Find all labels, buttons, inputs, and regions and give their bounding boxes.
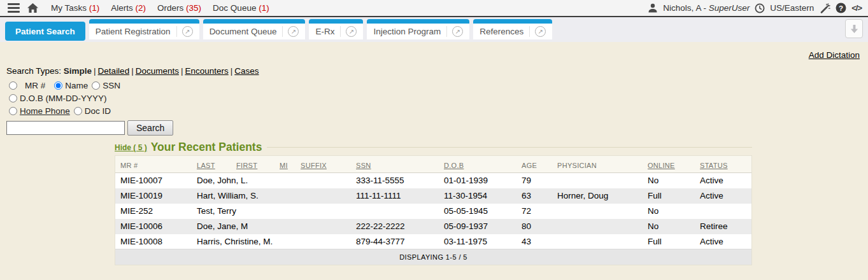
search-button[interactable]: Search bbox=[127, 120, 173, 136]
cell-name: Test, Terry bbox=[192, 204, 351, 219]
cell-ssn: 879-44-3777 bbox=[351, 234, 439, 249]
table-row[interactable]: MIE-10006 Doe, Jane, M 222-22-2222 05-09… bbox=[115, 219, 751, 234]
external-link-icon[interactable]: ↗ bbox=[529, 26, 546, 37]
cell-ssn: 333-11-5555 bbox=[351, 173, 439, 188]
hide-recent-link[interactable]: Hide ( 5 ) bbox=[115, 143, 147, 152]
download-tab-button[interactable] bbox=[845, 19, 863, 38]
cell-mr: MIE-10006 bbox=[115, 219, 192, 234]
radio-doc-id[interactable] bbox=[74, 107, 82, 115]
table-row[interactable]: MIE-10007 Doe, John, L. 333-11-5555 01-0… bbox=[115, 173, 751, 188]
cell-physician bbox=[552, 173, 643, 188]
home-icon[interactable] bbox=[27, 3, 38, 13]
user-icon bbox=[648, 3, 658, 13]
user-role: SuperUser bbox=[709, 3, 750, 13]
search-types-bar: Search Types: Simple|Detailed|Documents|… bbox=[6, 66, 868, 76]
col-first[interactable]: FIRST bbox=[231, 158, 274, 173]
recent-patients-panel: MR # LAST FIRST MI SUFFIX SSN D.O.B AGE … bbox=[115, 155, 752, 265]
tab-document-queue[interactable]: Document Queue↗ bbox=[203, 19, 306, 39]
my-tasks-count: (1) bbox=[89, 3, 100, 13]
heading-rule bbox=[267, 147, 752, 148]
cell-status: Active bbox=[695, 188, 751, 204]
cell-online: No bbox=[643, 173, 695, 188]
radio-mr[interactable] bbox=[9, 81, 17, 90]
cell-dob: 03-11-1975 bbox=[439, 234, 516, 249]
patient-search-form: Search Types: Simple|Detailed|Documents|… bbox=[0, 62, 868, 136]
search-type-simple: Simple bbox=[64, 66, 92, 76]
main-content: Add Dictation Search Types: Simple|Detai… bbox=[0, 42, 868, 265]
external-link-icon[interactable]: ↗ bbox=[176, 26, 193, 37]
search-input[interactable] bbox=[6, 121, 125, 135]
wand-icon[interactable] bbox=[819, 3, 830, 13]
nav-my-tasks[interactable]: My Tasks (1) bbox=[51, 3, 99, 13]
external-link-icon[interactable]: ↗ bbox=[446, 26, 463, 37]
nav-orders[interactable]: Orders (35) bbox=[157, 3, 201, 13]
cell-ssn: 111-11-1111 bbox=[351, 188, 439, 204]
col-dob[interactable]: D.O.B bbox=[439, 158, 516, 173]
nav-doc-queue[interactable]: Doc Queue (1) bbox=[213, 3, 269, 13]
cell-dob: 05-09-1937 bbox=[439, 219, 516, 234]
code-icon[interactable]: </> bbox=[851, 3, 862, 13]
cell-online: No bbox=[643, 219, 695, 234]
search-type-detailed[interactable]: Detailed bbox=[98, 66, 130, 76]
tab-patient-registration[interactable]: Patient Registration↗ bbox=[89, 19, 199, 39]
col-mi[interactable]: MI bbox=[274, 158, 295, 173]
download-arrow-icon bbox=[850, 24, 859, 34]
help-icon[interactable]: ? bbox=[836, 3, 846, 13]
cell-age: 72 bbox=[516, 204, 552, 219]
tab-e-rx[interactable]: E-Rx↗ bbox=[309, 19, 363, 39]
tab-references[interactable]: References↗ bbox=[473, 19, 552, 39]
top-bar: My Tasks (1) Alerts (2) Orders (35) Doc … bbox=[0, 0, 868, 17]
radio-mr-label: MR # bbox=[25, 81, 45, 90]
col-last[interactable]: LAST bbox=[192, 158, 231, 173]
recent-patients-section: Hide ( 5 ) Your Recent Patients MR # LAS… bbox=[115, 141, 752, 265]
col-ssn[interactable]: SSN bbox=[351, 158, 439, 173]
cell-dob: 01-01-1939 bbox=[439, 173, 516, 188]
radio-doc-id-label: Doc ID bbox=[85, 106, 111, 116]
radio-home-phone-label[interactable]: Home Phone bbox=[20, 106, 70, 116]
hamburger-menu-icon[interactable] bbox=[5, 1, 22, 15]
recent-patients-title: Your Recent Patients bbox=[151, 141, 262, 154]
search-type-cases[interactable]: Cases bbox=[234, 66, 259, 76]
radio-dob[interactable] bbox=[9, 94, 17, 102]
table-pagination-status: DISPLAYING 1-5 / 5 bbox=[115, 249, 751, 265]
cell-status bbox=[695, 204, 751, 219]
clock-icon bbox=[755, 3, 765, 13]
table-row[interactable]: MIE-10008 Harris, Christine, M. 879-44-3… bbox=[115, 234, 751, 249]
col-suffix[interactable]: SUFFIX bbox=[295, 158, 351, 173]
user-label[interactable]: Nichols, A - SuperUser bbox=[663, 3, 750, 13]
cell-age: 63 bbox=[516, 188, 552, 204]
tab-injection-program[interactable]: Injection Program↗ bbox=[367, 19, 469, 39]
cell-status: Active bbox=[695, 234, 751, 249]
radio-home-phone[interactable] bbox=[9, 107, 17, 115]
doc-queue-count: (1) bbox=[259, 3, 269, 13]
search-type-documents[interactable]: Documents bbox=[136, 66, 179, 76]
radio-ssn-label: SSN bbox=[103, 81, 120, 90]
external-link-icon[interactable]: ↗ bbox=[282, 26, 299, 37]
nav-alerts[interactable]: Alerts (2) bbox=[111, 3, 146, 13]
radio-name-label: Name bbox=[65, 81, 88, 90]
search-type-encounters[interactable]: Encounters bbox=[185, 66, 228, 76]
cell-dob: 05-05-1945 bbox=[439, 204, 516, 219]
radio-name[interactable] bbox=[54, 81, 62, 90]
cell-online: No bbox=[643, 204, 695, 219]
add-dictation-link[interactable]: Add Dictation bbox=[809, 50, 860, 60]
radio-ssn[interactable] bbox=[92, 81, 100, 90]
col-status[interactable]: STATUS bbox=[695, 158, 751, 173]
cell-age: 43 bbox=[516, 234, 552, 249]
col-physician: PHYSICIAN bbox=[552, 158, 643, 173]
table-row[interactable]: MIE-10019 Hart, William, S. 111-11-1111 … bbox=[115, 188, 751, 204]
cell-name: Hart, William, S. bbox=[192, 188, 351, 204]
orders-count: (35) bbox=[186, 3, 201, 13]
cell-ssn bbox=[351, 204, 439, 219]
tab-patient-search[interactable]: Patient Search bbox=[5, 22, 85, 41]
cell-name: Doe, Jane, M bbox=[192, 219, 351, 234]
external-link-icon[interactable]: ↗ bbox=[340, 26, 357, 37]
timezone-label[interactable]: US/Eastern bbox=[770, 3, 814, 13]
cell-age: 79 bbox=[516, 173, 552, 188]
cell-online: Full bbox=[643, 234, 695, 249]
col-online[interactable]: ONLINE bbox=[643, 158, 695, 173]
table-row[interactable]: MIE-252 Test, Terry 05-05-1945 72 No bbox=[115, 204, 751, 219]
cell-ssn: 222-22-2222 bbox=[351, 219, 439, 234]
cell-physician bbox=[552, 219, 643, 234]
cell-mr: MIE-10019 bbox=[115, 188, 192, 204]
